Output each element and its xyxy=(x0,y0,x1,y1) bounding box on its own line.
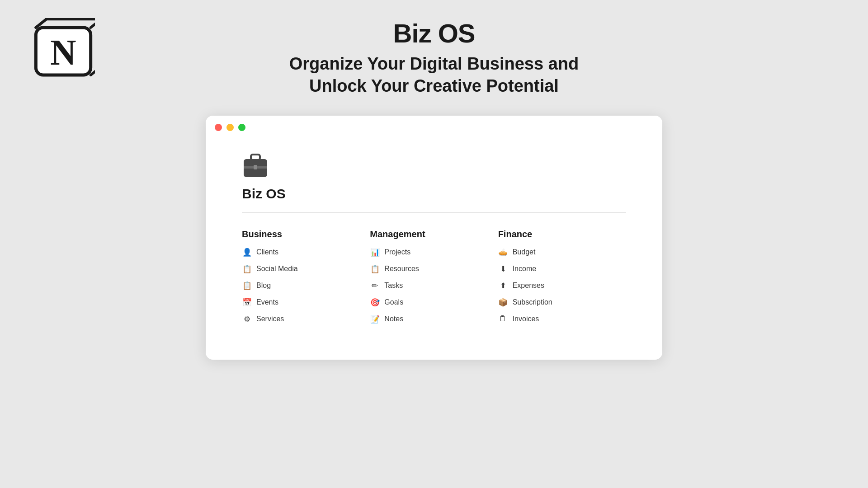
budget-label: Budget xyxy=(513,248,536,256)
social-media-icon: 📋 xyxy=(242,264,252,274)
invoices-icon: 🗒 xyxy=(498,314,508,324)
main-subtitle: Organize Your Digital Business and Unloc… xyxy=(289,53,579,98)
svg-rect-13 xyxy=(254,165,257,169)
invoices-label: Invoices xyxy=(513,315,539,323)
item-social-media[interactable]: 📋Social Media xyxy=(242,264,370,274)
section-title-management: Management xyxy=(370,229,498,239)
events-icon: 📅 xyxy=(242,298,252,307)
section-business: Business👤Clients📋Social Media📋Blog📅Event… xyxy=(242,229,370,324)
item-projects[interactable]: 📊Projects xyxy=(370,248,498,257)
services-icon: ⚙ xyxy=(242,314,252,324)
item-clients[interactable]: 👤Clients xyxy=(242,248,370,257)
section-title-business: Business xyxy=(242,229,370,239)
browser-toolbar xyxy=(206,116,662,139)
blog-label: Blog xyxy=(256,282,271,290)
section-finance: Finance🥧Budget⬇Income⬆Expenses📦Subscript… xyxy=(498,229,626,324)
services-label: Services xyxy=(256,315,284,323)
item-notes[interactable]: 📝Notes xyxy=(370,314,498,324)
close-button[interactable] xyxy=(215,124,222,131)
expenses-label: Expenses xyxy=(513,282,544,290)
income-label: Income xyxy=(513,265,536,273)
maximize-button[interactable] xyxy=(238,124,245,131)
page-header: N Biz OS Organize Your Digital Business … xyxy=(0,18,868,98)
blog-icon: 📋 xyxy=(242,281,252,291)
tasks-label: Tasks xyxy=(384,282,403,290)
resources-icon: 📋 xyxy=(370,264,380,274)
section-management: Management📊Projects📋Resources✏Tasks🎯Goal… xyxy=(370,229,498,324)
income-icon: ⬇ xyxy=(498,264,508,274)
projects-icon: 📊 xyxy=(370,248,380,257)
svg-text:N: N xyxy=(50,33,76,72)
item-resources[interactable]: 📋Resources xyxy=(370,264,498,274)
browser-window: Biz OS Business👤Clients📋Social Media📋Blo… xyxy=(206,116,662,360)
social-media-label: Social Media xyxy=(256,265,298,273)
budget-icon: 🥧 xyxy=(498,248,508,257)
projects-label: Projects xyxy=(384,248,410,256)
subscription-icon: 📦 xyxy=(498,298,508,307)
item-services[interactable]: ⚙Services xyxy=(242,314,370,324)
minimize-button[interactable] xyxy=(226,124,234,131)
goals-icon: 🎯 xyxy=(370,298,380,307)
notes-label: Notes xyxy=(384,315,403,323)
item-invoices[interactable]: 🗒Invoices xyxy=(498,314,626,324)
item-goals[interactable]: 🎯Goals xyxy=(370,298,498,307)
item-blog[interactable]: 📋Blog xyxy=(242,281,370,291)
item-expenses[interactable]: ⬆Expenses xyxy=(498,281,626,291)
section-title-finance: Finance xyxy=(498,229,626,239)
divider xyxy=(242,212,626,213)
tasks-icon: ✏ xyxy=(370,281,380,291)
resources-label: Resources xyxy=(384,265,419,273)
goals-label: Goals xyxy=(384,298,403,306)
events-label: Events xyxy=(256,298,278,306)
page-icon xyxy=(242,153,626,181)
expenses-icon: ⬆ xyxy=(498,281,508,291)
notion-logo: N xyxy=(32,18,95,81)
clients-icon: 👤 xyxy=(242,248,252,257)
subscription-label: Subscription xyxy=(513,298,552,306)
item-subscription[interactable]: 📦Subscription xyxy=(498,298,626,307)
sections-container: Business👤Clients📋Social Media📋Blog📅Event… xyxy=(242,229,626,324)
item-events[interactable]: 📅Events xyxy=(242,298,370,307)
item-income[interactable]: ⬇Income xyxy=(498,264,626,274)
item-tasks[interactable]: ✏Tasks xyxy=(370,281,498,291)
main-title: Biz OS xyxy=(393,18,475,48)
browser-content: Biz OS Business👤Clients📋Social Media📋Blo… xyxy=(206,139,662,351)
item-budget[interactable]: 🥧Budget xyxy=(498,248,626,257)
clients-label: Clients xyxy=(256,248,278,256)
notes-icon: 📝 xyxy=(370,314,380,324)
page-title: Biz OS xyxy=(242,186,626,202)
